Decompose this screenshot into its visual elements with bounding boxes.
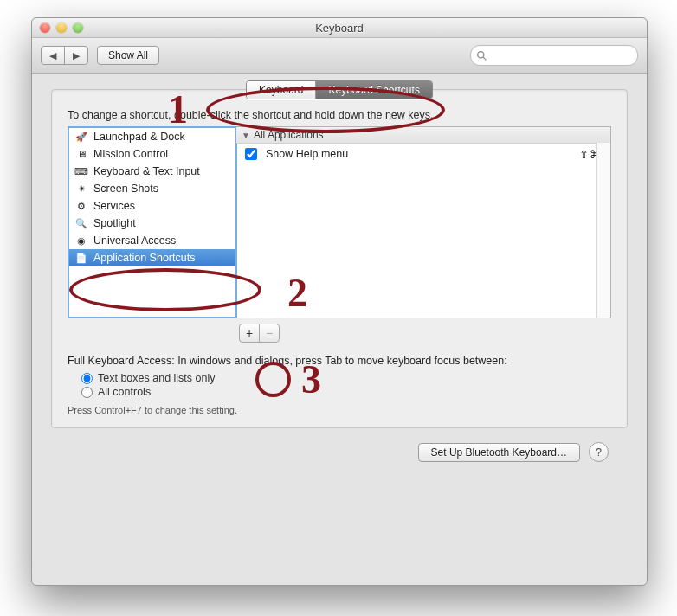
nav-back-forward: ◀ ▶: [41, 46, 88, 65]
shortcut-editor: 🚀Launchpad & Dock🖥Mission Control⌨Keyboa…: [68, 126, 611, 318]
category-item[interactable]: ⌨Keyboard & Text Input: [69, 163, 235, 180]
show-all-button[interactable]: Show All: [97, 46, 159, 65]
category-item[interactable]: ⚙Services: [69, 197, 235, 215]
category-item[interactable]: 📄Application Shortcuts: [69, 249, 235, 266]
scrollbar[interactable]: [596, 143, 610, 318]
mission-icon: 🖥: [74, 147, 88, 161]
window-title: Keyboard: [32, 22, 647, 35]
app-icon: 📄: [74, 251, 88, 265]
category-item[interactable]: 🚀Launchpad & Dock: [69, 128, 235, 145]
category-item[interactable]: 🔍Spotlight: [69, 215, 235, 232]
remove-button[interactable]: −: [259, 324, 280, 343]
help-button[interactable]: ?: [589, 442, 609, 462]
fka-option-label: Text boxes and lists only: [98, 372, 216, 384]
close-icon[interactable]: [40, 22, 50, 33]
universal-icon: ◉: [74, 234, 88, 247]
kb-text-icon: ⌨: [74, 164, 88, 178]
add-button[interactable]: +: [239, 324, 260, 343]
svg-point-0: [478, 51, 484, 57]
category-label: Services: [93, 200, 135, 212]
fka-label: Full Keyboard Access: In windows and dia…: [52, 343, 627, 370]
category-list[interactable]: 🚀Launchpad & Dock🖥Mission Control⌨Keyboa…: [68, 126, 237, 318]
toolbar: ◀ ▶ Show All: [32, 38, 647, 74]
tab-keyboard[interactable]: Keyboard: [247, 81, 316, 99]
launchpad-icon: 🚀: [74, 130, 88, 144]
shortcut-group-header[interactable]: ▼ All Applications: [236, 127, 610, 144]
bluetooth-keyboard-button[interactable]: Set Up Bluetooth Keyboard…: [418, 443, 580, 462]
add-remove-segment: + −: [239, 324, 627, 343]
tab-switcher: Keyboard Keyboard Shortcuts: [246, 80, 433, 99]
fka-note: Press Control+F7 to change this setting.: [52, 398, 627, 415]
disclosure-triangle-icon[interactable]: ▼: [242, 131, 250, 140]
tab-keyboard-shortcuts[interactable]: Keyboard Shortcuts: [316, 81, 431, 99]
gear-icon: ⚙: [74, 199, 88, 213]
category-item[interactable]: ◉Universal Access: [69, 232, 235, 249]
forward-button[interactable]: ▶: [64, 46, 88, 65]
shortcut-list[interactable]: ▼ All Applications Show Help menu⇧⌘/: [236, 127, 610, 318]
instruction-text: To change a shortcut, double-click the s…: [52, 109, 627, 126]
shortcut-row[interactable]: Show Help menu⇧⌘/: [236, 144, 610, 164]
content-panel: Keyboard Keyboard Shortcuts To change a …: [51, 89, 628, 428]
category-item[interactable]: ✴Screen Shots: [69, 180, 235, 197]
category-label: Universal Access: [93, 234, 176, 247]
svg-line-1: [483, 57, 486, 60]
preferences-window: Keyboard ◀ ▶ Show All Keyboard Keyboard …: [31, 17, 648, 586]
category-label: Spotlight: [93, 217, 136, 229]
category-label: Mission Control: [93, 148, 168, 160]
fka-radio-group: Text boxes and lists only All controls: [52, 370, 627, 398]
group-title: All Applications: [254, 129, 324, 141]
category-label: Keyboard & Text Input: [93, 165, 200, 177]
shortcut-enabled-checkbox[interactable]: [245, 148, 257, 160]
camera-icon: ✴: [74, 182, 88, 196]
search-input[interactable]: [492, 48, 632, 62]
spotlight-icon: 🔍: [74, 216, 88, 230]
search-icon: [476, 50, 487, 61]
category-label: Application Shortcuts: [93, 252, 195, 264]
radio-all-controls[interactable]: [81, 387, 93, 398]
footer: Set Up Bluetooth Keyboard… ?: [51, 428, 628, 462]
zoom-icon[interactable]: [73, 22, 83, 33]
category-item[interactable]: 🖥Mission Control: [69, 145, 235, 163]
radio-text-boxes[interactable]: [81, 373, 93, 384]
search-field[interactable]: [470, 45, 638, 66]
category-label: Launchpad & Dock: [93, 131, 185, 143]
back-button[interactable]: ◀: [41, 46, 65, 65]
minimize-icon[interactable]: [56, 22, 67, 33]
fka-option-all-controls[interactable]: All controls: [81, 386, 611, 398]
category-label: Screen Shots: [93, 183, 158, 195]
titlebar: Keyboard: [32, 18, 647, 38]
fka-option-text-boxes[interactable]: Text boxes and lists only: [81, 372, 611, 384]
fka-option-label: All controls: [98, 386, 151, 398]
shortcut-label: Show Help menu: [266, 148, 579, 160]
